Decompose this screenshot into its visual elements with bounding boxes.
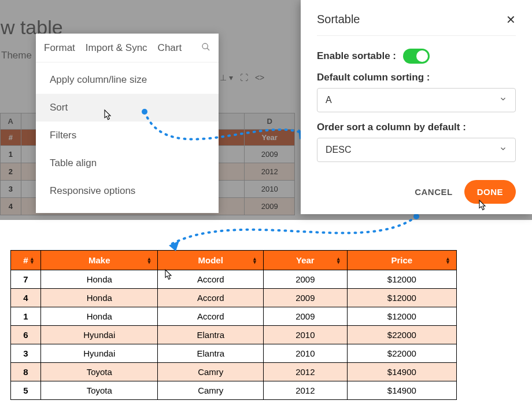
cell: Toyota (41, 363, 158, 381)
cell: $22000 (347, 326, 456, 344)
hdr-year: Year (245, 130, 295, 146)
default-sort-value: A (326, 95, 332, 105)
table-row: 6HyundaiElantra2010$22000 (11, 326, 457, 344)
enable-sortable-toggle[interactable] (403, 49, 430, 64)
order-sort-value: DESC (326, 145, 351, 155)
svg-point-0 (202, 43, 208, 49)
table-row: 3HyundaiElantra2010$22000 (11, 344, 457, 363)
cell: Honda (41, 289, 158, 307)
table-row: 7HondaAccord2009$12000 (11, 270, 457, 289)
table-row: 8ToyotaCamry2012$14900 (11, 363, 457, 381)
sort-icon[interactable]: ▲▼ (445, 257, 450, 264)
tab-import-sync[interactable]: Import & Sync (86, 42, 147, 54)
row-year: 2012 (245, 163, 295, 181)
order-sort-label: Order sort a column by default : (317, 122, 516, 133)
cell: $22000 (347, 344, 456, 363)
order-sort-select[interactable]: DESC (317, 138, 516, 162)
sortable-modal: Sortable ✕ Enable sortable : Default col… (301, 0, 532, 214)
col-[interactable]: #▲▼ (11, 251, 41, 270)
cancel-button[interactable]: CANCEL (415, 187, 453, 197)
col-model[interactable]: Model▲▼ (158, 251, 263, 270)
menu-item-responsive-options[interactable]: Responsive options (36, 177, 219, 205)
cell: $14900 (347, 363, 456, 381)
menu-item-sort[interactable]: Sort (36, 94, 219, 122)
row-num: 1 (1, 146, 21, 163)
default-sort-label: Default column sorting : (317, 72, 516, 83)
row-year: 2010 (245, 181, 295, 198)
col-year[interactable]: Year▲▼ (263, 251, 347, 270)
cell: 2010 (263, 326, 347, 344)
cell: 5 (11, 381, 41, 400)
result-table: #▲▼Make▲▼Model▲▼Year▲▼Price▲▼ 7HondaAcco… (10, 250, 457, 400)
underline-icon[interactable]: ⊥ ▾ (220, 73, 233, 82)
cell: Honda (41, 270, 158, 289)
cell: 3 (11, 344, 41, 363)
cell: $14900 (347, 381, 456, 400)
cell: 2009 (263, 307, 347, 326)
cell: 2012 (263, 381, 347, 400)
cell: $12000 (347, 289, 456, 307)
cell: 1 (11, 307, 41, 326)
col-label: Model (198, 255, 223, 265)
sort-icon[interactable]: ▲▼ (252, 257, 257, 264)
expand-icon[interactable]: ⛶ (240, 73, 248, 82)
default-sort-select[interactable]: A (317, 88, 516, 112)
sort-icon[interactable]: ▲▼ (147, 257, 152, 264)
cell: Accord (158, 270, 263, 289)
cell: Accord (158, 289, 263, 307)
col-price[interactable]: Price▲▼ (347, 251, 456, 270)
col-label: # (23, 255, 28, 265)
row-num: 3 (1, 181, 21, 198)
col-label: Year (296, 255, 315, 265)
col-label: Make (88, 255, 110, 265)
menu-item-apply-column-line-size[interactable]: Apply column/line size (36, 66, 219, 94)
enable-sortable-label: Enable sortable : (317, 50, 396, 62)
menu-item-table-align[interactable]: Table align (36, 149, 219, 177)
theme-tab[interactable]: Theme (0, 46, 33, 65)
search-icon[interactable] (201, 42, 210, 53)
sort-icon[interactable]: ▲▼ (336, 257, 341, 264)
tab-chart[interactable]: Chart (158, 42, 182, 54)
cell: Camry (158, 381, 263, 400)
cell: Elantra (158, 344, 263, 363)
cell: 6 (11, 326, 41, 344)
col-head-a[interactable]: A (1, 113, 21, 130)
chevron-down-icon (499, 145, 507, 155)
table-row: 4HondaAccord2009$12000 (11, 289, 457, 307)
row-year: 2009 (245, 198, 295, 215)
tab-format[interactable]: Format (44, 42, 75, 54)
top-tabs: Theme (0, 46, 33, 65)
table-row: 5ToyotaCamry2012$14900 (11, 381, 457, 400)
cell: 7 (11, 270, 41, 289)
format-dropdown: Format Import & Sync Chart Apply column/… (36, 34, 219, 213)
done-button[interactable]: DONE (464, 180, 516, 204)
col-head-d[interactable]: D (245, 113, 295, 130)
cell: Hyundai (41, 326, 158, 344)
cell: $12000 (347, 270, 456, 289)
row-num: 4 (1, 198, 21, 215)
cell: Accord (158, 307, 263, 326)
sort-icon[interactable]: ▲▼ (29, 257, 35, 264)
cell: Camry (158, 363, 263, 381)
cell: 4 (11, 289, 41, 307)
code-icon[interactable]: <> (255, 73, 264, 82)
svg-line-1 (207, 48, 209, 50)
cell: 2012 (263, 363, 347, 381)
toolbar: ⊥ ▾ ⛶ <> (220, 73, 264, 82)
cell: 2010 (263, 344, 347, 363)
cell: 2009 (263, 289, 347, 307)
col-make[interactable]: Make▲▼ (41, 251, 158, 270)
close-icon[interactable]: ✕ (506, 14, 516, 25)
chevron-down-icon (499, 95, 507, 105)
cell: Honda (41, 307, 158, 326)
row-num: 2 (1, 163, 21, 181)
cell: Elantra (158, 326, 263, 344)
cell: $12000 (347, 307, 456, 326)
hdr-num: # (1, 130, 21, 146)
cell: Toyota (41, 381, 158, 400)
cell: 2009 (263, 270, 347, 289)
modal-title: Sortable (317, 13, 360, 26)
menu-item-filters[interactable]: Filters (36, 122, 219, 149)
row-year: 2009 (245, 146, 295, 163)
cell: 8 (11, 363, 41, 381)
